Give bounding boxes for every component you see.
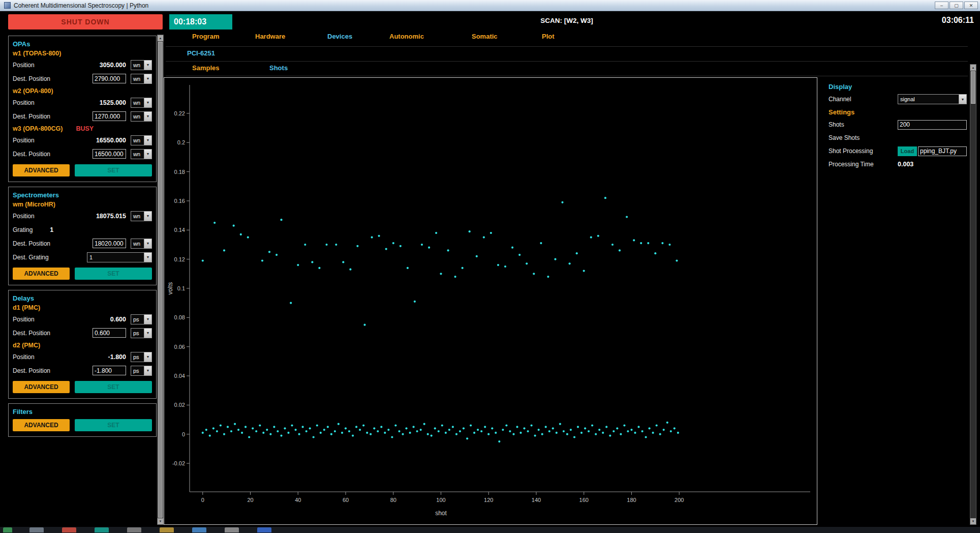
delays-set-button[interactable]: SET bbox=[75, 381, 152, 393]
w2-dest-units-dropdown[interactable]: wn ▼ bbox=[131, 111, 152, 122]
chevron-down-icon: ▼ bbox=[144, 112, 151, 121]
chevron-down-icon: ▼ bbox=[144, 98, 151, 107]
chevron-down-icon: ▼ bbox=[144, 329, 151, 338]
opas-set-button[interactable]: SET bbox=[75, 164, 152, 176]
sidebar-scrollbar[interactable]: ▲ ▼ bbox=[157, 35, 164, 525]
taskbar-icon[interactable] bbox=[192, 527, 206, 532]
scroll-down-icon[interactable]: ▼ bbox=[158, 518, 163, 524]
load-button[interactable]: Load bbox=[898, 146, 917, 156]
system-clock: 03:06:11 bbox=[942, 16, 974, 25]
tab-samples[interactable]: Samples bbox=[192, 64, 219, 72]
scroll-up-icon[interactable]: ▲ bbox=[970, 65, 976, 71]
chevron-down-icon: ▼ bbox=[144, 239, 151, 248]
tab-program[interactable]: Program bbox=[192, 33, 219, 40]
app-window: Coherent Multidimensional Spectroscopy |… bbox=[0, 0, 980, 533]
tab-hardware[interactable]: Hardware bbox=[255, 33, 285, 40]
w2-units-dropdown[interactable]: wn ▼ bbox=[131, 98, 152, 108]
w1-units-dropdown[interactable]: wn ▼ bbox=[131, 60, 152, 70]
tab-plot[interactable]: Plot bbox=[542, 33, 555, 40]
svg-text:0.02: 0.02 bbox=[174, 402, 185, 408]
tab-shots[interactable]: Shots bbox=[269, 64, 288, 72]
section-title-filters: Filters bbox=[13, 408, 152, 416]
tab-autonomic[interactable]: Autonomic bbox=[389, 33, 424, 40]
w1-dest-units-dropdown[interactable]: wn ▼ bbox=[131, 74, 152, 84]
scroll-up-icon[interactable]: ▲ bbox=[158, 35, 163, 41]
w3-units-dropdown[interactable]: wn ▼ bbox=[131, 135, 152, 145]
spectrometers-advanced-button[interactable]: ADVANCED bbox=[13, 268, 70, 280]
section-opas: OPAs w1 (TOPAS-800) Position 3050.000 wn… bbox=[8, 36, 157, 182]
w2-position-row: Position 1525.000 wn ▼ bbox=[13, 96, 152, 109]
svg-text:40: 40 bbox=[295, 497, 301, 503]
svg-text:volts: volts bbox=[167, 282, 174, 295]
svg-text:0.04: 0.04 bbox=[174, 373, 185, 379]
svg-text:180: 180 bbox=[627, 497, 636, 503]
close-button[interactable]: ✕ bbox=[964, 2, 978, 9]
minimize-button[interactable]: – bbox=[935, 2, 948, 9]
w1-dest-input[interactable] bbox=[93, 74, 126, 83]
display-panel-title: Display bbox=[829, 80, 967, 93]
chevron-down-icon: ▼ bbox=[144, 136, 151, 145]
position-label: Position bbox=[13, 62, 35, 69]
svg-text:0.14: 0.14 bbox=[174, 227, 185, 233]
opas-advanced-button[interactable]: ADVANCED bbox=[13, 164, 70, 176]
scan-status: SCAN: [W2, W3] bbox=[164, 17, 970, 24]
tab-somatic[interactable]: Somatic bbox=[472, 33, 498, 40]
d1-units-dropdown[interactable]: ps ▼ bbox=[131, 314, 152, 324]
wm-dest-grating-dropdown[interactable]: 1 ▼ bbox=[87, 252, 152, 262]
w3-dest-units-dropdown[interactable]: wn ▼ bbox=[131, 149, 152, 159]
taskbar-icon[interactable] bbox=[127, 527, 141, 532]
section-title-delays: Delays bbox=[13, 294, 152, 302]
d2-dest-input[interactable] bbox=[93, 366, 126, 375]
wm-dest-input[interactable] bbox=[93, 239, 126, 248]
scroll-down-icon[interactable]: ▼ bbox=[970, 518, 976, 524]
svg-text:0.06: 0.06 bbox=[174, 344, 185, 350]
wm-grating-row: Grating 1 bbox=[13, 223, 152, 236]
wm-dest-units-dropdown[interactable]: wn ▼ bbox=[131, 239, 152, 249]
taskbar-icon[interactable] bbox=[160, 527, 174, 532]
spectrometers-set-button[interactable]: SET bbox=[75, 268, 152, 280]
hardware-name-d1: d1 (PMC) bbox=[13, 304, 40, 311]
main-scrollbar[interactable]: ▲ ▼ bbox=[970, 64, 976, 525]
wm-units-dropdown[interactable]: wn ▼ bbox=[131, 211, 152, 221]
section-title-opas: OPAs bbox=[13, 40, 152, 48]
d1-dest-input[interactable] bbox=[93, 328, 126, 338]
window-title: Coherent Multidimensional Spectroscopy |… bbox=[14, 2, 148, 9]
w3-position-row: Position 16550.000 wn ▼ bbox=[13, 133, 152, 147]
svg-text:shot: shot bbox=[435, 510, 447, 517]
svg-text:80: 80 bbox=[390, 497, 396, 503]
shots-input[interactable] bbox=[898, 120, 967, 130]
tab-pci-6251[interactable]: PCI-6251 bbox=[187, 49, 215, 57]
filters-advanced-button[interactable]: ADVANCED bbox=[13, 419, 70, 431]
settings-title: Settings bbox=[829, 106, 967, 118]
taskbar-icon[interactable] bbox=[3, 527, 12, 532]
window-titlebar: Coherent Multidimensional Spectroscopy |… bbox=[0, 0, 980, 11]
svg-text:200: 200 bbox=[675, 497, 684, 503]
maximize-button[interactable]: ▢ bbox=[950, 2, 963, 9]
chevron-down-icon: ▼ bbox=[144, 150, 151, 159]
svg-text:20: 20 bbox=[247, 497, 253, 503]
channel-label: Channel bbox=[829, 96, 851, 103]
d1-dest-units-dropdown[interactable]: ps ▼ bbox=[131, 328, 152, 338]
w1-dest-row: Dest. Position wn ▼ bbox=[13, 72, 152, 85]
d2-units-dropdown[interactable]: ps ▼ bbox=[131, 352, 152, 362]
shot-processing-input[interactable] bbox=[918, 146, 967, 156]
taskbar-icon[interactable] bbox=[29, 527, 44, 532]
taskbar-icon[interactable] bbox=[225, 527, 239, 532]
w3-dest-input[interactable] bbox=[93, 149, 126, 159]
main-scrollbar-thumb[interactable] bbox=[971, 71, 975, 104]
filters-set-button[interactable]: SET bbox=[75, 419, 152, 431]
hardware-name-d2: d2 (PMC) bbox=[13, 342, 40, 349]
d1-position-row: Position 0.600 ps ▼ bbox=[13, 312, 152, 326]
shots-scatter-plot[interactable]: 0.220.20.180.160.140.120.10.080.060.040.… bbox=[164, 77, 817, 525]
taskbar-icon[interactable] bbox=[257, 527, 271, 532]
svg-text:60: 60 bbox=[343, 497, 349, 503]
channel-dropdown[interactable]: signal ▼ bbox=[898, 94, 967, 104]
w2-dest-input[interactable] bbox=[93, 111, 126, 121]
sidebar-scrollbar-thumb[interactable] bbox=[158, 42, 163, 518]
shutdown-button[interactable]: SHUT DOWN bbox=[8, 14, 163, 29]
d2-dest-units-dropdown[interactable]: ps ▼ bbox=[131, 366, 152, 376]
delays-advanced-button[interactable]: ADVANCED bbox=[13, 381, 70, 393]
taskbar-icon[interactable] bbox=[95, 527, 109, 532]
taskbar-icon[interactable] bbox=[62, 527, 76, 532]
tab-devices[interactable]: Devices bbox=[327, 33, 352, 40]
